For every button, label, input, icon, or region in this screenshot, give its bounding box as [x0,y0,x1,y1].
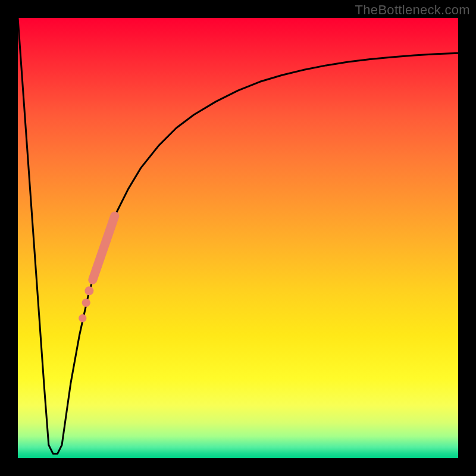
curve-layer [18,18,458,458]
highlight-dot [82,299,90,307]
highlight-segment [93,216,115,280]
highlight-salmon-band [79,216,115,322]
highlight-dot [79,314,86,322]
watermark-text: TheBottleneck.com [355,2,470,18]
bottleneck-curve [18,18,458,454]
highlight-dot [84,286,93,295]
chart-frame: TheBottleneck.com [0,0,476,476]
plot-area [18,18,458,458]
